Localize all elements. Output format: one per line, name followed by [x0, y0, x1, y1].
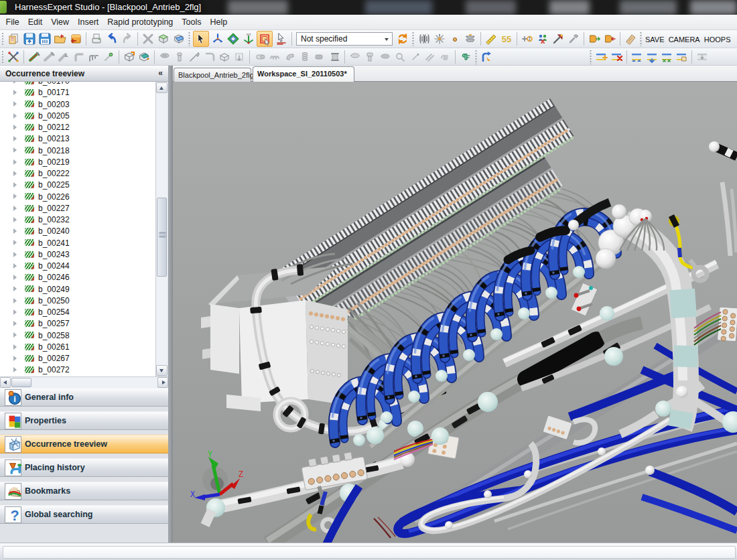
svg-text:Z: Z: [239, 470, 243, 480]
svg-text:X: X: [190, 490, 195, 500]
svg-text:i: i: [13, 394, 16, 404]
svg-text:?: ?: [10, 507, 19, 523]
svg-text:xyz: xyz: [246, 33, 251, 36]
svg-text:Y: Y: [208, 450, 212, 460]
svg-text:?: ?: [464, 54, 466, 58]
svg-text:55: 55: [501, 34, 511, 44]
